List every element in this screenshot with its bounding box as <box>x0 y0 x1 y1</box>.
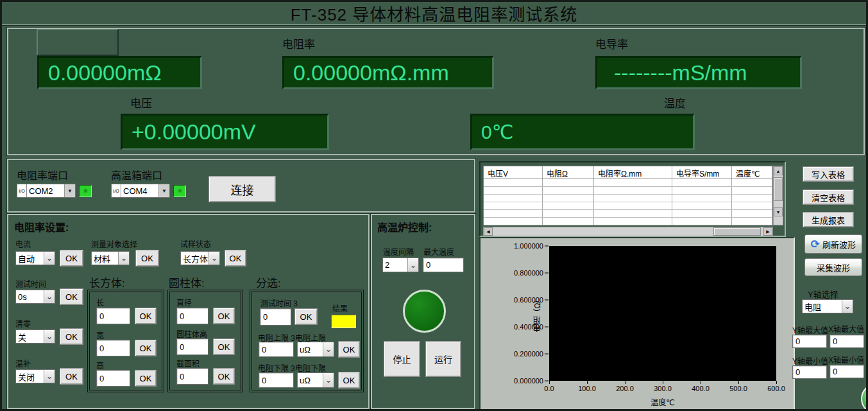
y-min-field[interactable]: 0 <box>792 365 827 379</box>
table-vertical-scrollbar[interactable]: ▲ ▼ <box>773 166 783 225</box>
max-temp-field[interactable]: 0 <box>423 258 464 272</box>
lower-limit-ok-button[interactable]: OK <box>338 372 360 389</box>
test-time-ok-button[interactable]: OK <box>60 288 83 305</box>
y-axis-select-combo[interactable]: 电阻 ⌄ <box>802 299 853 313</box>
voltage-label: 电压 <box>130 94 152 110</box>
cuboid-width-field[interactable]: 0 <box>96 340 130 356</box>
cuboid-length-ok-button[interactable]: OK <box>135 308 157 324</box>
table-cell <box>484 210 543 217</box>
oven-port-led-button[interactable]: ✳ <box>173 185 186 197</box>
upper-limit-field[interactable]: 0 <box>259 342 294 357</box>
cuboid-height-field[interactable]: 0 <box>96 370 130 387</box>
refresh-wave-button[interactable]: ⟳ 刷新波形 <box>804 234 862 254</box>
cylinder-diameter-ok-button[interactable]: OK <box>213 308 235 324</box>
scroll-up-button[interactable]: ▲ <box>774 166 783 175</box>
temp-comp-ok-button[interactable]: OK <box>60 368 83 385</box>
oven-port-combo[interactable]: I/O COM4 ▼ <box>111 184 170 198</box>
table-row <box>484 179 772 187</box>
report-button[interactable]: 生成报表 <box>803 212 854 227</box>
vertical-scroll-thumb[interactable] <box>774 177 783 201</box>
upper-limit-ok-button[interactable]: OK <box>338 341 360 358</box>
cuboid-height-label: 高 <box>96 360 104 371</box>
measure-object-ok-button[interactable]: OK <box>135 250 159 267</box>
cuboid-width-ok-button[interactable]: OK <box>135 340 157 356</box>
y-tick-mark <box>545 273 549 274</box>
test-time-combo[interactable]: 0s ⌄ <box>15 290 55 304</box>
clear-table-button[interactable]: 清空表格 <box>803 189 854 205</box>
table-header-cell: 电导率S/mm <box>672 166 732 179</box>
sample-state-combo[interactable]: 长方体 ⌄ <box>180 251 220 265</box>
horizontal-scroll-thumb[interactable] <box>713 227 761 236</box>
cylinder-height-field[interactable]: 0 <box>176 338 208 355</box>
table-cell <box>594 202 672 209</box>
y-tick-label: 1.000000 <box>488 242 543 250</box>
cylinder-area-field[interactable]: 0 <box>176 368 208 385</box>
table-cell <box>732 187 772 194</box>
sample-state-ok-button[interactable]: OK <box>225 250 246 267</box>
sorting-test-time-field[interactable]: 0 <box>260 308 291 326</box>
y-max-field[interactable]: 0 <box>792 335 827 348</box>
test-time-value: 0s <box>16 290 44 303</box>
arrow-left-icon: ◀ <box>486 229 489 234</box>
table-grid: 电压V电阻Ω电阻率Ω.mm电导率S/mm温度℃ <box>483 166 773 225</box>
table-cell <box>594 195 672 202</box>
interval-combo[interactable]: 2 ⌄ <box>382 258 419 272</box>
resistivity-port-led-button[interactable]: ✳ <box>79 185 92 197</box>
dropdown-arrow-icon: ▼ <box>64 184 75 197</box>
scroll-right-button[interactable]: ▶ <box>763 227 772 236</box>
cuboid-height-ok-button[interactable]: OK <box>135 370 157 387</box>
x-tick-label: 0.0 <box>544 385 554 392</box>
x-max-label: X轴最大值 <box>828 323 864 334</box>
result-label: 结果 <box>332 302 348 313</box>
table-cell <box>732 218 772 225</box>
overlay-badge[interactable]: 4 <box>861 383 868 411</box>
temp-comp-label: 温补 <box>15 358 31 369</box>
table-body <box>484 179 772 225</box>
cylinder-area-ok-button[interactable]: OK <box>213 368 235 385</box>
table-cell <box>672 202 732 209</box>
y-min-label: Y轴最小值 <box>792 355 828 366</box>
table-row <box>484 218 772 225</box>
x-tick-label: 100.0 <box>578 385 596 392</box>
table-cell <box>594 218 672 225</box>
temp-comp-combo[interactable]: 关闭 ⌄ <box>15 369 55 383</box>
upper-limit-unit-combo[interactable]: uΩ ⌄ <box>297 342 334 357</box>
scroll-left-button[interactable]: ◀ <box>484 227 493 236</box>
temperature-label: 温度 <box>664 94 686 110</box>
table-row <box>484 202 772 210</box>
lower-limit-unit: uΩ <box>298 373 323 387</box>
table-cell <box>484 218 543 225</box>
run-button[interactable]: 运行 <box>425 341 461 377</box>
measure-object-combo[interactable]: 材料 ⌄ <box>91 251 130 265</box>
stop-button[interactable]: 停止 <box>384 341 420 377</box>
current-combo[interactable]: 自动 ⌄ <box>15 251 55 265</box>
x-max-field[interactable]: 0 <box>830 335 864 348</box>
resistivity-port-combo[interactable]: I/O COM2 ▼ <box>17 184 76 198</box>
lower-limit-field[interactable]: 0 <box>259 372 294 388</box>
lower-limit-unit-combo[interactable]: uΩ ⌄ <box>297 372 334 388</box>
chart-x-axis-label: 温度℃ <box>651 396 674 407</box>
x-tick-mark <box>738 381 739 384</box>
x-tick-mark <box>587 381 588 384</box>
cylinder-height-ok-button[interactable]: OK <box>213 338 235 355</box>
sorting-test-time-ok-button[interactable]: OK <box>294 308 318 325</box>
cuboid-length-field[interactable]: 0 <box>96 308 130 324</box>
arrow-right-icon: ▶ <box>766 229 769 234</box>
connect-button[interactable]: 连接 <box>208 176 276 202</box>
scroll-down-button[interactable]: ▼ <box>774 207 783 216</box>
write-table-button[interactable]: 写入表格 <box>803 166 854 182</box>
table-horizontal-scrollbar[interactable]: ◀ ▶ <box>483 227 773 236</box>
table-header-cell: 温度℃ <box>732 166 772 179</box>
table-cell <box>543 202 594 209</box>
zeroing-ok-button[interactable]: OK <box>60 328 83 345</box>
table-cell <box>732 195 772 202</box>
max-temp-label: 最大温度 <box>423 246 454 257</box>
capture-wave-button[interactable]: 采集波形 <box>804 258 862 276</box>
x-min-field[interactable]: 0 <box>830 365 864 378</box>
resistance-chart: 1.0000000.8000000.6000000.4000000.200000… <box>479 237 795 410</box>
zeroing-combo[interactable]: 关 ⌄ <box>15 329 55 344</box>
current-ok-button[interactable]: OK <box>60 250 83 267</box>
cylinder-diameter-field[interactable]: 0 <box>176 308 208 324</box>
y-tick-mark <box>545 381 549 381</box>
table-cell <box>672 195 732 202</box>
